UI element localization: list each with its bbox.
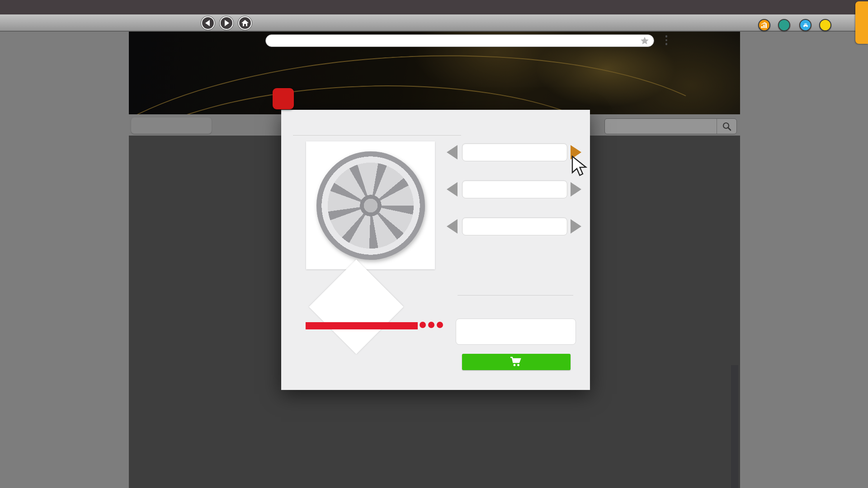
hud-money bbox=[819, 19, 833, 31]
xp-icon bbox=[778, 19, 790, 31]
divider bbox=[293, 135, 461, 136]
back-icon bbox=[205, 20, 210, 26]
inventory-tab[interactable] bbox=[855, 1, 868, 44]
game-hud bbox=[758, 19, 833, 31]
level-chart-icon bbox=[758, 19, 770, 31]
nav-home-button[interactable] bbox=[238, 16, 252, 30]
browser-toolbar bbox=[0, 14, 868, 32]
cart-icon bbox=[509, 357, 523, 367]
product-image bbox=[306, 141, 435, 269]
hud-calls bbox=[799, 19, 813, 31]
hud-level bbox=[758, 19, 772, 31]
brand-diamond-shape bbox=[309, 259, 403, 354]
amount-field[interactable] bbox=[462, 143, 567, 161]
brand-bar bbox=[306, 322, 418, 329]
brand-dots bbox=[420, 322, 443, 328]
browser-menu-icon[interactable] bbox=[664, 35, 669, 45]
et-decrease-arrow[interactable] bbox=[447, 219, 458, 234]
et-increase-arrow[interactable] bbox=[571, 219, 581, 234]
nav-forward-button[interactable] bbox=[220, 16, 233, 30]
bookmark-star-icon[interactable] bbox=[640, 36, 649, 45]
size-decrease-arrow[interactable] bbox=[447, 182, 458, 197]
buy-button[interactable] bbox=[462, 354, 571, 370]
modal-close-button[interactable] bbox=[273, 88, 294, 109]
home-icon bbox=[241, 19, 249, 27]
forward-icon bbox=[225, 20, 229, 26]
window-titlebar bbox=[0, 0, 868, 14]
screen bbox=[0, 0, 868, 488]
et-field[interactable] bbox=[462, 217, 567, 235]
total-price-value bbox=[456, 319, 576, 345]
buy-modal bbox=[281, 110, 590, 390]
mouse-cursor bbox=[571, 155, 589, 179]
page-scrollbar[interactable] bbox=[731, 365, 738, 488]
url-bar[interactable] bbox=[265, 34, 654, 47]
size-increase-arrow[interactable] bbox=[571, 182, 581, 197]
size-field[interactable] bbox=[462, 180, 567, 198]
dollar-icon bbox=[819, 19, 831, 31]
amount-decrease-arrow[interactable] bbox=[447, 145, 458, 160]
nav-back-button[interactable] bbox=[201, 16, 215, 30]
rim-preview-image bbox=[316, 151, 425, 260]
brand-logo bbox=[305, 272, 449, 352]
divider bbox=[458, 295, 573, 296]
phone-icon bbox=[799, 19, 811, 31]
hud-xp bbox=[778, 19, 793, 31]
